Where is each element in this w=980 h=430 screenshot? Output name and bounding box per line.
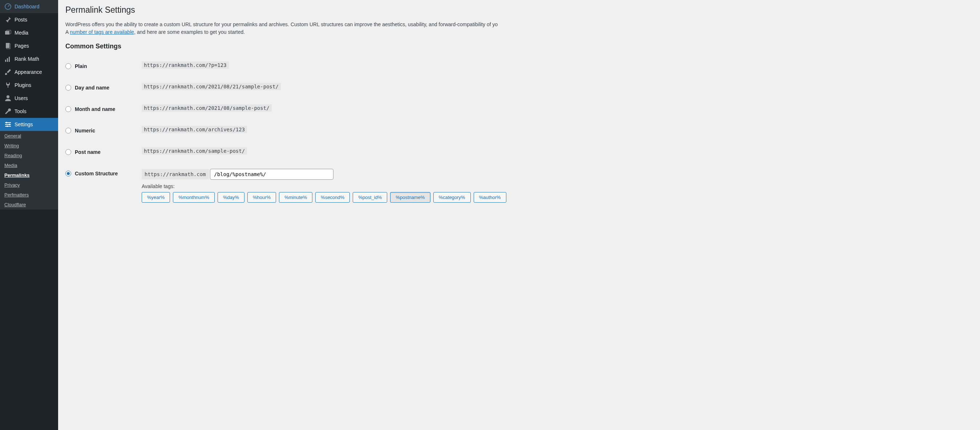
dashboard-icon	[4, 3, 12, 10]
tags-row: %year% %monthnum% %day% %hour% %minute% …	[142, 192, 969, 203]
tag-monthnum[interactable]: %monthnum%	[173, 192, 215, 203]
sidebar-sub-perfmatters[interactable]: Perfmatters	[0, 190, 58, 200]
radio-month-input[interactable]	[65, 106, 71, 112]
sidebar-sub-cloudflare[interactable]: Cloudflare	[0, 200, 58, 209]
radio-postname-input[interactable]	[65, 149, 71, 155]
tag-day[interactable]: %day%	[218, 192, 245, 203]
svg-point-14	[6, 126, 8, 127]
sidebar-item-label: Dashboard	[14, 4, 40, 10]
code-postname: https://rankmath.com/sample-post/	[142, 147, 247, 155]
radio-custom-label: Custom Structure	[75, 171, 118, 176]
sidebar-sub-reading[interactable]: Reading	[0, 150, 58, 160]
sidebar-item-label: Tools	[14, 109, 27, 114]
media-icon	[4, 29, 12, 37]
tags-doc-link[interactable]: number of tags are available	[70, 29, 134, 35]
available-tags-label: Available tags:	[142, 183, 969, 189]
radio-postname-label: Post name	[75, 149, 100, 155]
sidebar-item-label: Users	[14, 95, 28, 101]
sidebar-item-label: Media	[14, 30, 28, 36]
plug-icon	[4, 82, 12, 89]
code-month: https://rankmath.com/2021/08/sample-post…	[142, 104, 272, 112]
sidebar-sub-permalinks[interactable]: Permalinks	[0, 170, 58, 180]
radio-day-label: Day and name	[75, 85, 109, 91]
radio-month[interactable]: Month and name	[65, 106, 115, 112]
sidebar-item-media[interactable]: Media	[0, 26, 58, 39]
page-title: Permalink Settings	[65, 5, 973, 15]
tag-category[interactable]: %category%	[433, 192, 471, 203]
pin-icon	[4, 16, 12, 23]
sidebar-item-rankmath[interactable]: Rank Math	[0, 53, 58, 66]
custom-prefix: https://rankmath.com	[142, 169, 209, 179]
sidebar-sub-privacy[interactable]: Privacy	[0, 180, 58, 190]
page-description: WordPress offers you the ability to crea…	[65, 21, 973, 36]
sidebar-item-label: Rank Math	[14, 56, 39, 62]
chart-icon	[4, 55, 12, 62]
svg-rect-5	[5, 60, 6, 62]
svg-rect-7	[9, 57, 10, 62]
wrench-icon	[4, 108, 12, 115]
radio-numeric-label: Numeric	[75, 128, 95, 134]
sidebar-sub-media[interactable]: Media	[0, 160, 58, 170]
sidebar-item-appearance[interactable]: Appearance	[0, 66, 58, 78]
sidebar-item-plugins[interactable]: Plugins	[0, 78, 58, 92]
sidebar-item-label: Appearance	[14, 69, 42, 75]
radio-postname[interactable]: Post name	[65, 149, 100, 155]
sidebar-item-label: Posts	[14, 17, 27, 22]
sliders-icon	[4, 121, 12, 128]
pages-icon	[4, 42, 12, 50]
radio-plain[interactable]: Plain	[65, 63, 87, 69]
code-plain: https://rankmath.com/?p=123	[142, 61, 229, 69]
sidebar-sub-writing[interactable]: Writing	[0, 141, 58, 150]
permalink-form: Plain https://rankmath.com/?p=123 Day an…	[65, 56, 973, 208]
code-day: https://rankmath.com/2021/08/21/sample-p…	[142, 83, 281, 90]
radio-numeric[interactable]: Numeric	[65, 128, 95, 134]
sidebar-submenu: General Writing Reading Media Permalinks…	[0, 131, 58, 209]
radio-custom[interactable]: Custom Structure	[65, 171, 118, 176]
custom-structure-input[interactable]	[210, 169, 333, 180]
radio-day[interactable]: Day and name	[65, 85, 109, 91]
tag-second[interactable]: %second%	[315, 192, 350, 203]
tag-hour[interactable]: %hour%	[247, 192, 276, 203]
sidebar-item-posts[interactable]: Posts	[0, 13, 58, 26]
common-settings-heading: Common Settings	[65, 43, 973, 50]
svg-rect-6	[7, 58, 8, 62]
main-content: Permalink Settings WordPress offers you …	[58, 0, 980, 430]
tag-postname[interactable]: %postname%	[390, 192, 430, 203]
code-numeric: https://rankmath.com/archives/123	[142, 126, 247, 133]
radio-month-label: Month and name	[75, 106, 115, 112]
svg-point-8	[6, 95, 10, 98]
sidebar-item-label: Settings	[14, 121, 33, 127]
tag-author[interactable]: %author%	[474, 192, 506, 203]
radio-day-input[interactable]	[65, 85, 71, 91]
sidebar-item-tools[interactable]: Tools	[0, 105, 58, 118]
radio-custom-input[interactable]	[65, 171, 71, 176]
sidebar-sub-general[interactable]: General	[0, 131, 58, 141]
radio-plain-input[interactable]	[65, 63, 71, 69]
svg-point-13	[9, 124, 10, 125]
user-icon	[4, 94, 12, 102]
svg-point-12	[6, 122, 7, 123]
radio-numeric-input[interactable]	[65, 128, 71, 134]
sidebar-item-dashboard[interactable]: Dashboard	[0, 0, 58, 13]
sidebar-item-pages[interactable]: Pages	[0, 39, 58, 53]
tag-post-id[interactable]: %post_id%	[353, 192, 387, 203]
sidebar-item-settings[interactable]: Settings	[0, 118, 58, 131]
admin-sidebar: Dashboard Posts Media Pages Rank Math Ap…	[0, 0, 58, 430]
sidebar-item-users[interactable]: Users	[0, 92, 58, 105]
radio-plain-label: Plain	[75, 63, 87, 69]
brush-icon	[4, 69, 12, 76]
sidebar-item-label: Plugins	[14, 82, 31, 88]
tag-minute[interactable]: %minute%	[279, 192, 312, 203]
tag-year[interactable]: %year%	[142, 192, 170, 203]
sidebar-item-label: Pages	[14, 43, 29, 49]
